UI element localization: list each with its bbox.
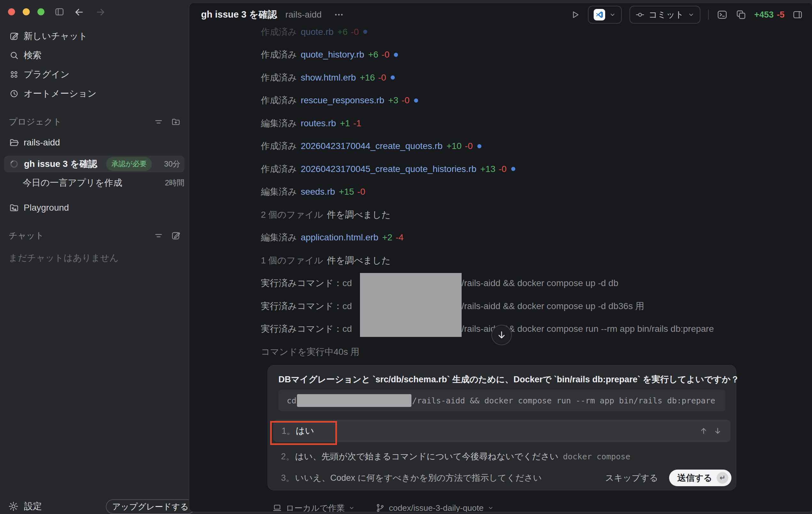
sidebar-item-settings[interactable]: 設定 [8, 498, 42, 514]
lines-added: +3 [388, 95, 398, 106]
file-change-row: 編集済みroutes.rb+1-1 [261, 112, 809, 135]
vscode-icon [593, 9, 605, 21]
sidebar-item-label: オートメーション [24, 88, 96, 100]
playground-folder-icon [9, 203, 19, 213]
run-play-icon[interactable] [570, 9, 580, 20]
work-location-dropdown[interactable]: ローカルで作業 [272, 503, 355, 512]
option-no-instruct[interactable]: 3。 いいえ、Codex に何をすべきかを別の方法で指示してください スキップす… [281, 468, 731, 487]
commit-icon [635, 10, 645, 20]
file-action-label: 編集済み [261, 186, 297, 198]
filter-icon[interactable] [154, 117, 163, 126]
lines-added: +6 [368, 50, 378, 60]
file-link[interactable]: application.html.erb [301, 232, 378, 242]
zoom-window-button[interactable] [37, 8, 45, 15]
file-action-label: 作成済み [261, 140, 297, 152]
sidebar-item-playground[interactable]: Playground [9, 199, 69, 216]
sidebar-item-search[interactable]: 検索 [0, 46, 189, 65]
panel-toggle-icon[interactable] [792, 9, 803, 20]
sidebar-item-clock[interactable]: オートメーション [0, 84, 189, 103]
file-change-row: 編集済みapplication.html.erb+2-4 [261, 226, 809, 249]
close-window-button[interactable] [8, 8, 15, 15]
lines-added: +1 [340, 118, 350, 128]
file-change-row: 作成済みshow.html.erb+16-0 [261, 66, 809, 89]
chevron-down-icon [348, 505, 355, 511]
gear-icon [8, 501, 19, 512]
unread-dot-icon [414, 98, 418, 103]
chat-stream: 作成済みquote.rb+6-0作成済みquote_history.rb+6-0… [261, 21, 809, 364]
page-title: gh issue 3 を確認 [201, 8, 277, 21]
lines-removed: -0 [499, 164, 507, 174]
option-number: 3。 [281, 472, 295, 484]
laptop-icon [272, 503, 282, 512]
option-yes[interactable]: 1。 はい [273, 420, 730, 442]
sidebar-item-rails-aidd[interactable]: rails-aidd [9, 134, 60, 151]
task-title: 今日の一言アプリを作成 [23, 177, 122, 189]
inspected-files-count: 1 個のファイル [261, 254, 323, 266]
projects-header-label: プロジェクト [9, 116, 62, 127]
lines-added: +2 [382, 232, 392, 242]
back-arrow-icon[interactable] [73, 6, 85, 18]
file-link[interactable]: seeds.rb [301, 187, 335, 197]
sidebar-item-compose[interactable]: 新しいチャット [0, 27, 189, 46]
file-action-label: 作成済み [261, 163, 297, 175]
toolbar-divider [708, 10, 709, 20]
file-link[interactable]: 20260423170045_create_quote_histories.rb [301, 164, 477, 174]
option-command-prefix: docker compose [563, 452, 631, 461]
lines-removed: -4 [396, 232, 403, 242]
file-link[interactable]: 20260423170044_create_quotes.rb [301, 141, 443, 151]
chevron-down-icon [688, 11, 695, 18]
file-action-label: 作成済み [261, 26, 297, 38]
redaction-overlay [360, 273, 462, 337]
sidebar-nav: 新しいチャット検索プラグインオートメーション [0, 27, 189, 103]
file-link[interactable]: show.html.erb [301, 73, 356, 83]
plugins-icon [9, 70, 19, 79]
command-row: 実行済みコマンド：cd /rails-aidd && docker compos… [261, 295, 809, 318]
sidebar-task-daily-quote-app[interactable]: 今日の一言アプリを作成 2時間 [11, 174, 184, 191]
copy-files-icon[interactable] [735, 9, 747, 20]
option-yes-dont-ask[interactable]: 2。 はい、先頭が次で始まるコマンドについて今後尋ねないでください docker… [281, 447, 725, 466]
sidebar-item-plugins[interactable]: プラグイン [0, 65, 189, 84]
arrow-up-icon[interactable] [699, 426, 708, 435]
send-button[interactable]: 送信する ↵ [669, 469, 731, 486]
minimize-window-button[interactable] [23, 8, 30, 15]
more-menu-icon[interactable] [334, 9, 344, 20]
file-link[interactable]: rescue_responses.rb [301, 95, 384, 106]
file-change-row: 編集済みseeds.rb+15-0 [261, 180, 809, 204]
filter-icon[interactable] [154, 231, 163, 240]
file-link[interactable]: quote.rb [301, 27, 334, 37]
chevron-down-icon [609, 11, 616, 18]
branch-dropdown[interactable]: codex/issue-3-daily-quote [375, 503, 494, 512]
forward-arrow-icon[interactable] [95, 6, 107, 18]
projects-section-header: プロジェクト [9, 116, 181, 128]
lines-removed: -0 [351, 27, 359, 37]
file-link[interactable]: routes.rb [301, 118, 336, 128]
inspected-files-row: 1 個のファイル件を調べました [261, 249, 809, 272]
inspected-files-text: 件を調べました [327, 254, 390, 266]
settings-label: 設定 [24, 500, 42, 512]
arrow-down-icon[interactable] [713, 426, 722, 435]
chevron-down-icon [488, 505, 494, 511]
upgrade-button[interactable]: アップグレードする [106, 499, 195, 514]
skip-button[interactable]: スキップする [605, 472, 658, 484]
new-chat-icon[interactable] [171, 231, 181, 240]
folder-open-icon [9, 138, 19, 148]
lines-removed: -5 [777, 10, 784, 20]
inspected-files-text: 件を調べました [327, 209, 390, 221]
compose-icon [9, 31, 19, 41]
file-action-label: 作成済み [261, 72, 297, 84]
sidebar-toggle-icon[interactable] [54, 6, 65, 17]
page-project-name: rails-aidd [286, 9, 322, 20]
file-action-label: 編集済み [261, 231, 297, 244]
lines-removed: -0 [357, 187, 366, 197]
sidebar-task-gh-issue-3[interactable]: gh issue 3 を確認 承認が必要 30分 [4, 156, 184, 172]
lines-added: +453 [754, 10, 774, 20]
lines-removed: -0 [465, 141, 473, 151]
file-link[interactable]: quote_history.rb [301, 50, 365, 60]
unread-dot-icon [394, 53, 398, 57]
add-project-icon[interactable] [171, 117, 181, 126]
task-time: 30分 [164, 159, 180, 169]
scroll-to-bottom-button[interactable] [491, 325, 512, 345]
lines-added: +6 [337, 27, 348, 37]
terminal-icon[interactable] [717, 9, 728, 21]
file-action-label: 作成済み [261, 94, 297, 107]
